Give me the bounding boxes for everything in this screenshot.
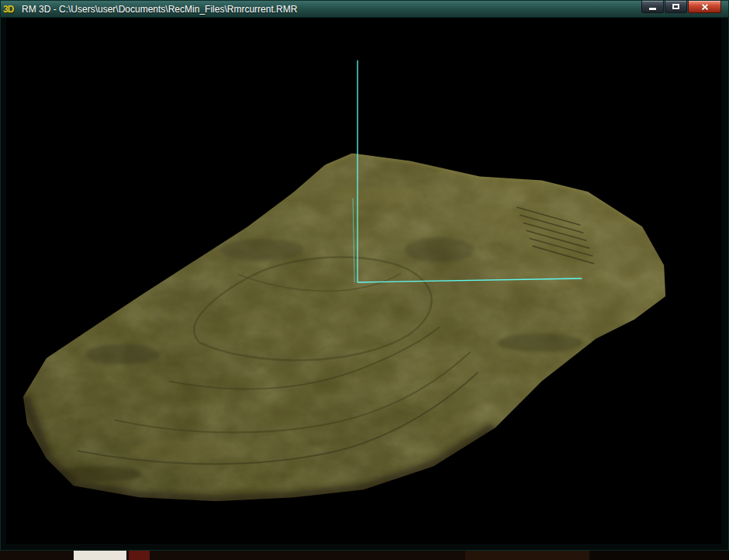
desktop-strip xyxy=(0,551,729,560)
maximize-icon xyxy=(672,4,679,9)
viewport-3d[interactable] xyxy=(6,18,721,544)
terrain-model xyxy=(6,134,687,521)
window-title: RM 3D - C:\Users\user\Documents\RecMin_F… xyxy=(22,4,297,15)
close-icon xyxy=(701,3,708,10)
window-controls xyxy=(641,1,721,13)
minimize-button[interactable] xyxy=(641,1,664,13)
desktop-strip-segment xyxy=(589,551,729,560)
desktop-strip-segment xyxy=(465,551,589,560)
desktop-strip-segment xyxy=(129,551,150,560)
title-bar[interactable]: 3D RM 3D - C:\Users\user\Documents\RecMi… xyxy=(1,1,728,18)
app-window: 3D RM 3D - C:\Users\user\Documents\RecMi… xyxy=(0,0,729,551)
maximize-button[interactable] xyxy=(665,1,687,13)
close-button[interactable] xyxy=(688,1,721,13)
minimize-icon xyxy=(649,8,656,10)
desktop-strip-segment xyxy=(74,551,126,560)
terrain-render xyxy=(6,18,721,544)
app-icon[interactable]: 3D xyxy=(3,4,19,15)
